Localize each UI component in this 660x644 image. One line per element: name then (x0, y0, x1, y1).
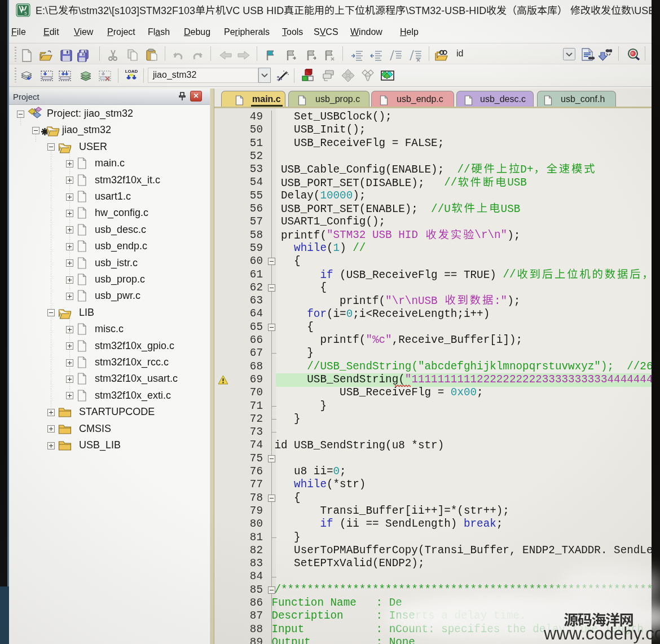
svg-text:5: 5 (24, 11, 27, 16)
svg-text:LOAD: LOAD (125, 69, 138, 74)
